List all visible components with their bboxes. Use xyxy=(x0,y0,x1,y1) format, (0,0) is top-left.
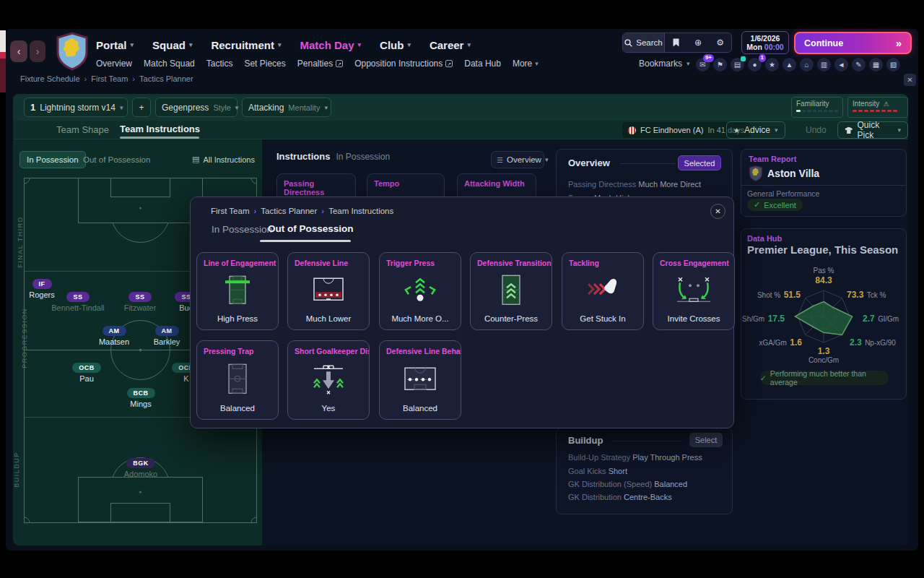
card-line-of-engagement[interactable]: Line of Engagement High Press xyxy=(196,252,279,330)
modal-breadcrumb-team-instructions[interactable]: Team Instructions xyxy=(328,207,393,215)
breadcrumb-tactics-planner[interactable]: Tactics Planner xyxy=(139,74,193,83)
pitch-toggle-in-possession[interactable]: In Possession xyxy=(19,151,86,168)
breadcrumb-first-team[interactable]: First Team xyxy=(91,74,128,83)
all-instructions-button[interactable]: ▤ All Instructions xyxy=(192,155,255,164)
search-button[interactable]: Search xyxy=(623,33,665,52)
pitch-toggle-out-of-possession[interactable]: Out of Possession xyxy=(77,151,157,168)
modal-breadcrumb: First Team › Tactics Planner › Team Inst… xyxy=(211,207,393,215)
trigger-press-icon xyxy=(401,274,440,306)
competitions-button[interactable]: ★ xyxy=(765,58,779,72)
reports-button[interactable]: ▤ xyxy=(731,58,744,72)
back-button[interactable]: ‹ xyxy=(10,40,27,62)
cross-engagement-icon xyxy=(674,274,713,306)
player-adomoko[interactable]: BGK Adomoko xyxy=(101,455,180,478)
add-tactic-button[interactable]: + xyxy=(132,98,151,117)
tactic-header: 1 Lightning storm v14 ▾ + Gegenpress Sty… xyxy=(13,94,908,121)
style-label: Style xyxy=(213,103,230,112)
bookmarks-dropdown[interactable]: Bookmarks ▾ xyxy=(639,59,690,69)
continue-button[interactable]: Continue » xyxy=(794,32,912,54)
style-select[interactable]: Gegenpress Style ▾ xyxy=(155,98,237,117)
modal-close-button[interactable]: ✕ xyxy=(710,204,725,219)
familiarity-meter: Familiarity xyxy=(791,97,843,118)
bookmark-button[interactable] xyxy=(665,33,687,52)
subnav-tactics[interactable]: Tactics xyxy=(206,59,233,69)
tactic-select[interactable]: 1 Lightning storm v14 ▾ xyxy=(24,98,128,117)
edge-sliver-maroon xyxy=(0,59,6,92)
news-doc-icon: ▥ xyxy=(821,61,827,69)
nav-portal[interactable]: Portal▾ xyxy=(96,39,134,51)
subnav-penalties[interactable]: Penalties↗ xyxy=(297,59,343,69)
modal-tab-out-of-possession[interactable]: Out of Possession xyxy=(268,223,354,234)
player-pau[interactable]: OCB Pau xyxy=(47,360,126,383)
card-short-goalkeeper-distribution[interactable]: Short Goalkeeper Distr Yes xyxy=(287,340,370,420)
view-dropdown[interactable]: ☰ Overview ▾ xyxy=(491,151,544,168)
notes-button[interactable]: ▧ xyxy=(886,58,900,72)
nav-squad[interactable]: Squad▾ xyxy=(152,39,192,51)
tab-team-instructions[interactable]: Team Instructions xyxy=(120,124,200,134)
plus-icon: + xyxy=(139,103,144,113)
mentality-select[interactable]: Attacking Mentality ▾ xyxy=(242,98,331,117)
subnav-match-squad[interactable]: Match Squad xyxy=(144,59,195,69)
media-button[interactable]: ◄ xyxy=(834,58,848,72)
player-role: BCB xyxy=(127,388,155,398)
region-buildup: BUILDUP xyxy=(13,452,20,488)
card-pressing-trap[interactable]: Pressing Trap Balanced xyxy=(196,340,279,420)
card-defensive-line[interactable]: Defensive Line Much Lower xyxy=(287,252,370,330)
instruction-card-tempo[interactable]: Tempo xyxy=(367,173,445,199)
intensity-label: Intensity xyxy=(853,100,879,108)
chevron-down-icon: ▾ xyxy=(897,126,901,134)
close-icon: ✕ xyxy=(907,76,912,84)
instructions-subtitle: In Possession xyxy=(336,152,390,162)
inbox-button[interactable]: ✉9+ xyxy=(696,58,710,72)
modal-breadcrumb-tactics-planner[interactable]: Tactics Planner xyxy=(261,207,317,215)
advice-button[interactable]: ★ Advice ▾ xyxy=(726,121,785,139)
card-trigger-press[interactable]: Trigger Press Much More O... xyxy=(379,252,461,330)
modal-breadcrumb-first-team[interactable]: First Team xyxy=(211,207,249,215)
search-players-button[interactable]: ✎ xyxy=(852,58,866,72)
team-name[interactable]: Aston Villa xyxy=(767,168,819,179)
training-button[interactable]: ▲ xyxy=(783,58,796,72)
card-cross-engagement[interactable]: Cross Engagement Invite Crosses xyxy=(653,252,735,330)
subnav-more[interactable]: More▾ xyxy=(513,59,539,69)
subnav-data-hub[interactable]: Data Hub xyxy=(464,59,501,69)
news-button[interactable]: ▥ xyxy=(817,58,831,72)
instruction-card-attacking-width[interactable]: Attacking Width xyxy=(457,173,536,199)
thumbs-up-icon: ✓ xyxy=(760,374,767,382)
settings-button[interactable]: ⚙ xyxy=(709,33,731,52)
subnav-opposition-instructions[interactable]: Opposition Instructions↗ xyxy=(354,59,453,69)
nav-career[interactable]: Career▾ xyxy=(430,39,471,51)
forward-button[interactable]: › xyxy=(30,40,45,62)
overview-selected-button[interactable]: Selected xyxy=(678,155,721,171)
chevron-down-icon: ▾ xyxy=(535,60,539,67)
tactic-slot: 1 xyxy=(30,102,35,113)
squad-button[interactable]: ⚑ xyxy=(713,58,727,72)
subnav-set-pieces[interactable]: Set Pieces xyxy=(244,59,285,69)
nav-match-day[interactable]: Match Day▾ xyxy=(300,39,361,51)
card-defensive-line-behaviour[interactable]: Defensive Line Behavio Balanced xyxy=(379,340,461,420)
card-tackling[interactable]: Tackling Get Stuck In xyxy=(562,252,644,330)
calendar-button[interactable]: ▦ xyxy=(869,58,883,72)
performance-badge: ✓ Excellent xyxy=(747,199,803,211)
nav-club[interactable]: Club▾ xyxy=(380,39,411,51)
subnav-overview[interactable]: Overview xyxy=(96,59,132,69)
sub-nav: Overview Match Squad Tactics Set Pieces … xyxy=(96,58,539,69)
scouting-button[interactable]: ⌂ xyxy=(800,58,814,72)
quick-pick-label: Quick Pick xyxy=(857,120,893,140)
chevron-down-icon: ▾ xyxy=(278,41,282,48)
player-mings[interactable]: BCB Mings xyxy=(101,385,180,408)
nav-recruitment[interactable]: Recruitment▾ xyxy=(211,39,281,51)
mentality-label: Mentality xyxy=(288,103,320,112)
breadcrumb-fixture-schedule[interactable]: Fixture Schedule xyxy=(20,74,80,83)
close-page-button[interactable]: ✕ xyxy=(904,74,916,86)
modal-tab-in-possession[interactable]: In Possession xyxy=(212,224,272,235)
instruction-card-passing-directness[interactable]: Passing Directness xyxy=(276,173,356,199)
quick-pick-button[interactable]: Quick Pick ▾ xyxy=(837,121,908,139)
advice-label: Advice xyxy=(744,125,770,135)
buildup-select-button[interactable]: Select xyxy=(689,433,723,447)
tab-team-shape[interactable]: Team Shape xyxy=(56,124,109,135)
world-button[interactable]: ⊕ xyxy=(687,33,710,52)
card-defensive-transition[interactable]: Defensive Transition Counter-Press xyxy=(470,252,552,330)
megaphone-icon: ◄ xyxy=(838,61,845,69)
undo-button[interactable]: Undo xyxy=(806,125,827,135)
schedule-button[interactable]: ●1 xyxy=(748,58,762,72)
